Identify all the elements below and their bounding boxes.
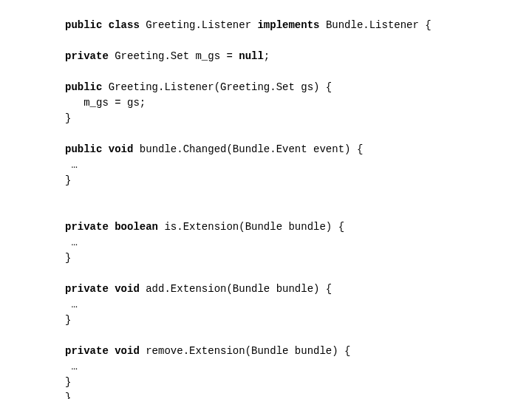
keyword-text: public [65,81,109,93]
code-line: m_gs = gs; [65,95,532,111]
blank-line [65,266,532,282]
code-line: … [65,297,532,313]
code-line: } [65,250,532,266]
code-text: remove.Extension(Bundle bundle) { [146,345,350,357]
code-line: } [65,375,532,390]
code-text: Greeting.Listener [146,19,257,31]
code-text: m_gs = gs; [65,97,146,109]
code-text: is.Extension(Bundle bundle) { [164,221,344,233]
keyword-text: public void [65,143,140,155]
code-text: } [65,174,71,186]
code-text: } [65,112,71,124]
blank-line [65,33,532,49]
code-text: Greeting.Set m_gs = [115,50,239,62]
code-text: } [65,392,71,399]
code-text: ; [264,50,270,62]
code-text: } [65,252,71,264]
blank-line [65,204,532,219]
keyword-text: public class [65,19,146,31]
keyword-text: private boolean [65,221,164,233]
keyword-text: null [239,50,264,62]
code-line: } [65,173,532,188]
keyword-text: private void [65,345,146,357]
code-line: public void bundle.Changed(Bundle.Event … [65,142,532,157]
code-text: … [65,361,78,372]
code-line: private void remove.Extension(Bundle bun… [65,344,532,359]
code-text: Greeting.Listener(Greeting.Set gs) { [109,81,332,93]
blank-line [65,188,532,204]
code-text: … [65,299,78,310]
code-text: } [65,376,71,388]
code-line: } [65,390,532,399]
keyword-text: private [65,50,115,62]
code-text: bundle.Changed(Bundle.Event event) { [140,143,363,155]
code-block: public class Greeting.Listener implement… [65,18,532,399]
keyword-text: implements [257,19,325,31]
code-line: private Greeting.Set m_gs = null; [65,49,532,64]
code-line: … [65,157,532,173]
code-text: … [65,236,78,248]
code-line: private boolean is.Extension(Bundle bund… [65,219,532,235]
blank-line [65,64,532,80]
keyword-text: private void [65,283,146,295]
code-text: Bundle.Listener { [326,19,432,31]
code-line: … [65,235,532,250]
code-line: … [65,359,532,375]
code-line: private void add.Extension(Bundle bundle… [65,282,532,297]
code-text: … [65,159,78,171]
blank-line [65,328,532,344]
code-line: } [65,313,532,328]
code-line: public class Greeting.Listener implement… [65,18,532,33]
code-line: } [65,111,532,126]
code-text: } [65,314,71,326]
code-line: public Greeting.Listener(Greeting.Set gs… [65,80,532,95]
blank-line [65,126,532,142]
code-text: add.Extension(Bundle bundle) { [146,283,332,295]
